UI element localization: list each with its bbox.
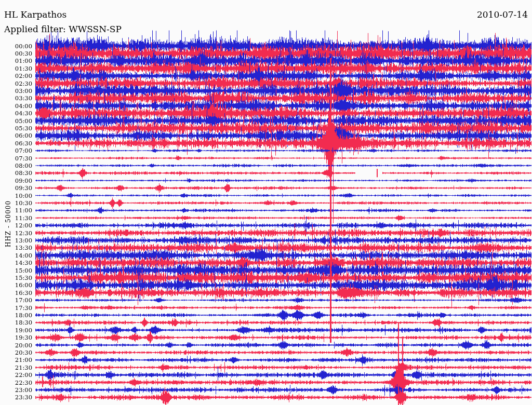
row-time-label: 02:00 <box>0 72 32 79</box>
row-time-label: 06:30 <box>0 140 32 147</box>
row-time-label: 21:00 <box>0 356 32 363</box>
row-time-label: 03:00 <box>0 87 32 95</box>
row-time-label: 01:30 <box>0 65 32 72</box>
helicorder-page: 00:0000:3001:0001:3002:0002:3003:0003:30… <box>0 0 532 405</box>
row-time-label: 01:00 <box>0 57 32 64</box>
seismogram-canvas <box>0 0 532 405</box>
row-time-label: 08:30 <box>0 169 32 177</box>
row-time-label: 07:00 <box>0 147 32 154</box>
row-time-label: 14:30 <box>0 259 32 266</box>
row-time-label: 04:00 <box>0 102 32 110</box>
row-time-label: 03:30 <box>0 95 32 102</box>
row-time-label: 06:00 <box>0 132 32 139</box>
station-title: HL Karpathos <box>4 9 66 20</box>
row-time-label: 14:00 <box>0 252 32 259</box>
row-time-label: 15:30 <box>0 274 32 281</box>
y-axis-channel-label: HHZ - 50000 <box>5 195 12 252</box>
row-time-label: 15:00 <box>0 267 32 274</box>
row-time-label: 22:30 <box>0 379 32 386</box>
row-time-label: 00:30 <box>0 50 32 57</box>
row-time-label: 21:30 <box>0 364 32 371</box>
row-time-label: 16:00 <box>0 281 32 289</box>
row-time-label: 00:00 <box>0 43 32 50</box>
row-time-label: 18:00 <box>0 312 32 319</box>
row-time-label: 08:00 <box>0 162 32 169</box>
row-time-label: 18:30 <box>0 319 32 326</box>
row-time-label: 23:30 <box>0 394 32 401</box>
row-time-label: 20:00 <box>0 342 32 349</box>
row-time-label: 09:00 <box>0 177 32 184</box>
row-time-label: 16:30 <box>0 289 32 296</box>
row-time-label: 23:00 <box>0 386 32 394</box>
row-time-label: 07:30 <box>0 155 32 162</box>
row-time-label: 17:30 <box>0 304 32 312</box>
row-time-label: 04:30 <box>0 110 32 117</box>
row-time-label: 05:30 <box>0 125 32 132</box>
applied-filter-label: Applied filter: WWSSN-SP <box>4 24 122 34</box>
row-time-label: 17:00 <box>0 296 32 304</box>
row-time-label: 09:30 <box>0 184 32 192</box>
row-time-label: 20:30 <box>0 349 32 356</box>
plot-date: 2010-07-14 <box>477 9 528 20</box>
row-time-label: 19:00 <box>0 327 32 334</box>
row-time-label: 19:30 <box>0 334 32 341</box>
row-time-label: 05:00 <box>0 117 32 125</box>
row-time-label: 22:00 <box>0 371 32 379</box>
row-time-label: 02:30 <box>0 80 32 87</box>
